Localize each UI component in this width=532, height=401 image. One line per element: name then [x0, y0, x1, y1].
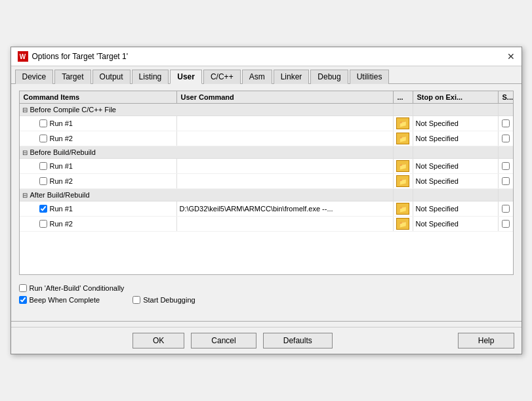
sec1-col3: [394, 146, 413, 158]
ab-run2-checkbox[interactable]: [39, 220, 47, 228]
table-row: Run #2 📁 Not Specified: [20, 217, 513, 232]
bc-run1-label: Run #1: [20, 116, 177, 131]
col-header-user-command: User Command: [177, 91, 394, 103]
ok-button[interactable]: OK: [133, 333, 184, 348]
bb-run1-stop-checkbox[interactable]: [502, 162, 510, 170]
tab-output[interactable]: Output: [92, 70, 131, 84]
ab-run1-input[interactable]: [180, 205, 390, 213]
sec0-col4: [413, 104, 499, 116]
bc-run1-checkbox[interactable]: [39, 119, 47, 127]
bc-run1-input[interactable]: [180, 119, 390, 127]
bb-run2-checkbox[interactable]: [39, 177, 47, 185]
title-bar: W Options for Target 'Target 1' ✕: [11, 47, 522, 66]
sec2-col5: [499, 189, 513, 201]
sec0-col2: [177, 104, 394, 116]
expand-icon-before-compile[interactable]: ⊟: [22, 106, 28, 114]
bc-run2-folder-btn[interactable]: 📁: [396, 133, 409, 144]
col-header-s: S...: [499, 91, 513, 103]
bb-run2-stop-check[interactable]: [499, 174, 513, 188]
ab-run2-input[interactable]: [180, 220, 390, 228]
bc-run1-folder[interactable]: 📁: [394, 116, 413, 131]
tab-asm[interactable]: Asm: [242, 70, 272, 84]
bc-run1-folder-btn[interactable]: 📁: [396, 117, 409, 129]
beep-when-complete-checkbox[interactable]: [19, 296, 27, 304]
ab-run2-stop-checkbox[interactable]: [502, 220, 510, 228]
col-header-dots: ...: [394, 91, 413, 103]
ab-run1-label: Run #1: [20, 201, 177, 216]
start-debugging-option[interactable]: Start Debugging: [133, 296, 195, 304]
bc-run1-cmd[interactable]: [177, 116, 394, 131]
help-button[interactable]: Help: [458, 333, 515, 348]
ab-run1-stop: Not Specified: [413, 201, 499, 216]
tab-user[interactable]: User: [170, 70, 202, 84]
bc-run1-stop-checkbox[interactable]: [502, 119, 510, 127]
ab-run2-stop-check[interactable]: [499, 217, 513, 231]
sec1-col5: [499, 146, 513, 158]
bb-run2-input[interactable]: [180, 177, 390, 185]
bc-run2-cmd[interactable]: [177, 131, 394, 146]
title-bar-left: W Options for Target 'Target 1': [18, 51, 128, 62]
tab-cpp[interactable]: C/C++: [203, 70, 241, 84]
bc-run1-stop-check[interactable]: [499, 116, 513, 131]
bb-run2-folder[interactable]: 📁: [394, 174, 413, 188]
section-before-build: ⊟ Before Build/Rebuild: [20, 146, 513, 159]
ab-run1-folder-btn[interactable]: 📁: [396, 203, 409, 215]
ab-run2-folder[interactable]: 📁: [394, 217, 413, 231]
cancel-button[interactable]: Cancel: [191, 333, 256, 348]
expand-icon-before-build[interactable]: ⊟: [22, 149, 28, 156]
tab-listing[interactable]: Listing: [132, 70, 169, 84]
section-before-compile: ⊟ Before Compile C/C++ File: [20, 104, 513, 116]
ab-run2-stop: Not Specified: [413, 217, 499, 231]
sec0-col3: [394, 104, 413, 116]
bb-run1-stop-check[interactable]: [499, 159, 513, 173]
bb-run1-label: Run #1: [20, 159, 177, 173]
tab-utilities[interactable]: Utilities: [350, 70, 390, 84]
expand-icon-after-build[interactable]: ⊟: [22, 192, 28, 199]
ab-run2-folder-btn[interactable]: 📁: [396, 218, 409, 230]
bottom-options: Run 'After-Build' Conditionally Beep Whe…: [19, 282, 514, 309]
bb-run1-input[interactable]: [180, 162, 390, 170]
ab-run1-stop-checkbox[interactable]: [502, 205, 510, 213]
bb-run1-cmd[interactable]: [177, 159, 394, 173]
run-after-build-conditionally-checkbox[interactable]: [19, 284, 27, 292]
run-after-build-conditionally-option[interactable]: Run 'After-Build' Conditionally: [19, 284, 125, 292]
bb-run1-folder-btn[interactable]: 📁: [396, 160, 409, 172]
ab-run1-checkbox[interactable]: [39, 205, 47, 213]
app-icon: W: [18, 51, 28, 62]
bb-run2-cmd[interactable]: [177, 174, 394, 188]
ab-run1-cmd[interactable]: [177, 201, 394, 216]
ab-run2-label: Run #2: [20, 217, 177, 231]
tab-debug[interactable]: Debug: [310, 70, 348, 84]
bb-run1-folder[interactable]: 📁: [394, 159, 413, 173]
bb-run2-stop-checkbox[interactable]: [502, 177, 510, 185]
option-row-1: Run 'After-Build' Conditionally: [19, 284, 514, 292]
ab-run1-folder[interactable]: 📁: [394, 201, 413, 216]
col-header-stop: Stop on Exi...: [413, 91, 499, 103]
bc-run2-stop: Not Specified: [413, 131, 499, 146]
tab-linker[interactable]: Linker: [274, 70, 310, 84]
start-debugging-checkbox[interactable]: [133, 296, 140, 304]
close-button[interactable]: ✕: [507, 52, 515, 61]
dialog-title: Options for Target 'Target 1': [32, 52, 128, 61]
section-before-compile-label: ⊟ Before Compile C/C++ File: [20, 104, 177, 116]
bc-run2-checkbox[interactable]: [39, 135, 47, 142]
bb-run1-checkbox[interactable]: [39, 162, 47, 170]
ab-run2-cmd[interactable]: [177, 217, 394, 231]
tab-device[interactable]: Device: [15, 70, 54, 84]
bc-run2-stop-checkbox[interactable]: [502, 135, 510, 142]
ab-run1-stop-check[interactable]: [499, 201, 513, 216]
defaults-button[interactable]: Defaults: [263, 333, 333, 348]
sec1-col2: [177, 146, 394, 158]
tab-content: Command Items User Command ... Stop on E…: [11, 84, 522, 316]
tab-target[interactable]: Target: [54, 70, 91, 84]
sec1-col4: [413, 146, 499, 158]
sec2-col3: [394, 189, 413, 201]
bc-run2-input[interactable]: [180, 135, 390, 142]
bb-run2-folder-btn[interactable]: 📁: [396, 175, 409, 187]
beep-when-complete-option[interactable]: Beep When Complete: [19, 296, 100, 304]
table-body: ⊟ Before Compile C/C++ File Run #1: [20, 104, 513, 274]
button-bar: OK Cancel Defaults Help: [11, 327, 522, 354]
bc-run2-stop-check[interactable]: [499, 131, 513, 146]
bc-run2-folder[interactable]: 📁: [394, 131, 413, 146]
table-row: Run #1 📁 Not Specified: [20, 159, 513, 174]
